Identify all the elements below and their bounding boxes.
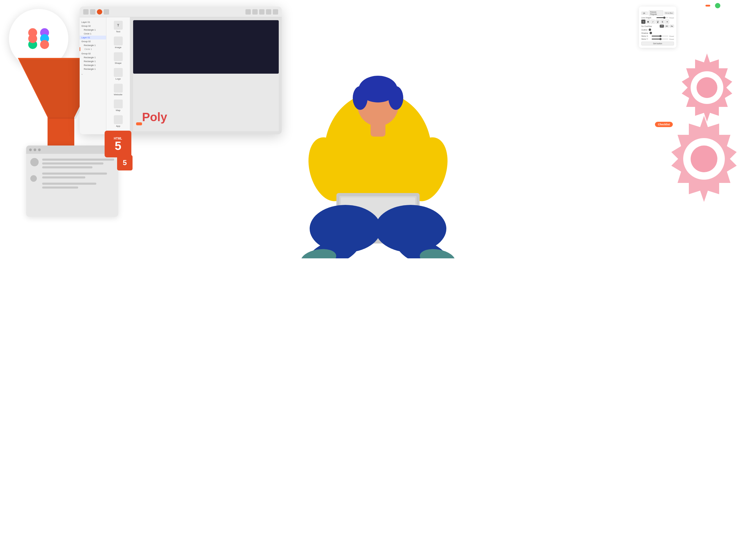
- skew-y-row: Skew Y: Reset: [641, 38, 674, 40]
- skew-x-slider[interactable]: [652, 36, 668, 37]
- fit-to-box[interactable]: Fit to Box: [664, 12, 674, 15]
- svg-rect-4: [40, 40, 49, 49]
- aa-medium[interactable]: AA: [664, 25, 669, 28]
- app-window: Layer 01 Group 02 Rectangle 1 Circle 1 L…: [80, 7, 282, 134]
- outline-dot[interactable]: [649, 29, 651, 31]
- layer-item-9[interactable]: Rectangle 1: [80, 56, 106, 59]
- layer-item-4[interactable]: Circle 1: [80, 32, 106, 36]
- grid-icon[interactable]: [83, 9, 89, 15]
- line-height-row: Line Height: Reset: [641, 17, 674, 19]
- pen-icon[interactable]: [273, 9, 278, 15]
- browser-avatar-1: [30, 158, 39, 166]
- svg-point-22: [388, 86, 403, 110]
- underline-btn[interactable]: U̲: [656, 20, 660, 24]
- text-format-row: ✎ B I U̲ S ≡: [641, 20, 674, 24]
- overflow-options: AA AA Aa: [660, 25, 674, 28]
- get-image-code-button[interactable]: [136, 122, 142, 125]
- eye-icon[interactable]: [266, 9, 271, 15]
- canvas-light-area: Poly: [133, 74, 279, 131]
- comp-website[interactable]: Website: [106, 82, 130, 98]
- skew-y-slider[interactable]: [652, 39, 668, 40]
- canvas-settings-panel: 14 Roboto Regular Fit to Box Line Height…: [639, 7, 676, 48]
- font-size-input[interactable]: 14: [641, 12, 648, 15]
- skew-x-reset[interactable]: Reset: [669, 35, 674, 37]
- comp-image[interactable]: Image: [106, 35, 130, 51]
- line-height-reset[interactable]: Reset: [669, 17, 674, 19]
- layer-item-10[interactable]: Rectangle 1: [80, 59, 106, 63]
- svg-point-5: [28, 34, 37, 43]
- browser-dot-1: [29, 149, 32, 151]
- map-label: Map: [116, 109, 121, 112]
- edit-btn[interactable]: ✎: [641, 20, 645, 24]
- shadow-dot[interactable]: [650, 32, 652, 34]
- browser-avatars: [30, 158, 39, 189]
- gear-medium: [661, 116, 747, 203]
- no-overflow-row: No Overflow AA AA Aa: [641, 25, 674, 28]
- copy-icon[interactable]: [259, 9, 264, 15]
- layout-icon[interactable]: [90, 9, 95, 15]
- layer-item-6[interactable]: Group 02: [80, 40, 106, 43]
- browser-line-5: [42, 177, 85, 179]
- gear-large-svg: [673, 53, 741, 122]
- svg-point-21: [353, 86, 368, 110]
- app-body: Layer 01 Group 02 Rectangle 1 Circle 1 L…: [80, 17, 282, 134]
- checklist-badge[interactable]: Checklist: [655, 122, 673, 127]
- canvas-dark-area: [133, 20, 279, 74]
- browser-body: [26, 154, 118, 193]
- aa-large[interactable]: AA: [660, 25, 664, 28]
- layer-item-3[interactable]: Rectangle 1: [80, 28, 106, 32]
- browser-dot-2: [34, 149, 36, 151]
- user-avatar: [715, 3, 720, 8]
- layers-panel: Layer 01 Group 02 Rectangle 1 Circle 1 L…: [80, 17, 106, 134]
- app-titlebar: [80, 7, 282, 17]
- website-label: Website: [114, 93, 122, 96]
- bold-btn[interactable]: B: [646, 20, 650, 24]
- svg-rect-23: [371, 122, 385, 137]
- layer-item-circle-1[interactable]: Circle 1: [80, 47, 106, 51]
- layer-item-5-active[interactable]: Layer 01: [80, 36, 106, 40]
- app-label: App: [116, 125, 120, 127]
- skew-y-label: Skew Y:: [641, 38, 651, 40]
- nav-icons: [83, 9, 109, 15]
- shadow-label: Shadow: [641, 32, 648, 34]
- align-btn[interactable]: ≡: [665, 20, 669, 24]
- globe-icon[interactable]: [97, 9, 102, 15]
- shape-icon: [114, 52, 123, 61]
- browser-line-1: [42, 159, 114, 161]
- drag-drop-label[interactable]: +: [80, 72, 106, 77]
- layer-item-7[interactable]: Rectangle 1: [80, 43, 106, 47]
- comp-logo[interactable]: Logo: [106, 66, 130, 82]
- layer-item-8[interactable]: Group 02: [80, 52, 106, 56]
- main-canvas: Poly: [130, 17, 282, 134]
- comp-shape[interactable]: Shape: [106, 51, 130, 66]
- video-icon[interactable]: [104, 9, 109, 15]
- layer-item-11[interactable]: Rectangle 1: [80, 63, 106, 67]
- comp-map[interactable]: Map: [106, 98, 130, 114]
- outline-label: Outline: [641, 29, 648, 31]
- aa-small[interactable]: Aa: [670, 25, 674, 28]
- browser-content-lines: [42, 158, 114, 189]
- line-height-slider[interactable]: [656, 17, 668, 18]
- days-left-badge[interactable]: [705, 5, 710, 7]
- browser-dot-3: [38, 149, 41, 151]
- html5-badge-large: HTML 5: [105, 131, 131, 159]
- outline-row: Outline: [641, 29, 674, 31]
- layer-item-12[interactable]: Rectangle 1: [80, 67, 106, 71]
- skew-y-reset[interactable]: Reset: [669, 38, 674, 40]
- text-label: Text: [116, 30, 120, 33]
- no-overflow-label: No Overflow: [641, 25, 652, 27]
- map-icon: [114, 100, 123, 108]
- strikethrough-btn[interactable]: S: [660, 20, 664, 24]
- browser-line-7: [42, 187, 78, 189]
- italic-btn[interactable]: I: [651, 20, 655, 24]
- layer-item-1[interactable]: Layer 01: [80, 20, 106, 24]
- browser-line-4: [42, 173, 107, 175]
- font-family-select[interactable]: Roboto Regular: [649, 10, 663, 16]
- comp-app[interactable]: App: [106, 114, 130, 129]
- layer-item-2[interactable]: Group 02: [80, 24, 106, 28]
- person-illustration: [286, 56, 470, 259]
- comp-text[interactable]: T Text: [106, 19, 130, 35]
- undo-icon[interactable]: [245, 9, 251, 15]
- get-button[interactable]: Get button: [641, 42, 674, 45]
- redo-icon[interactable]: [252, 9, 258, 15]
